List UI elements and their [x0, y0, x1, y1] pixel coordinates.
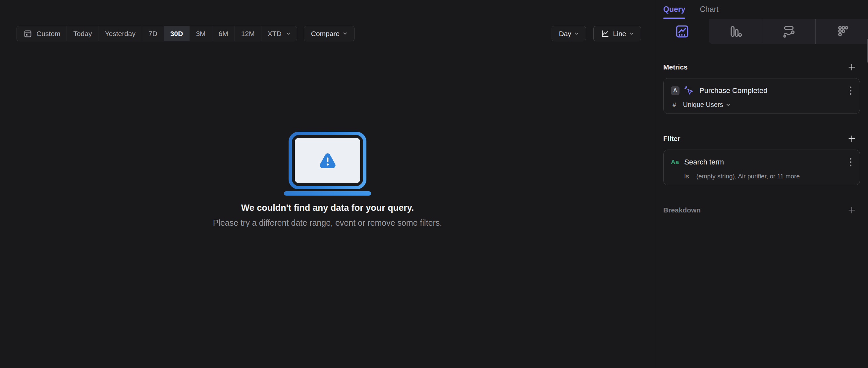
retention-icon — [835, 24, 849, 39]
date-range-12m[interactable]: 12M — [235, 26, 261, 41]
insights-icon — [675, 24, 690, 39]
date-range-segmented-control: Custom Today Yesterday 7D 30D 3M 6M 12M … — [17, 26, 297, 41]
date-range-custom[interactable]: Custom — [17, 26, 67, 41]
string-property-type-icon: Aa — [671, 159, 679, 166]
query-builder-panel: Query Chart — [655, 0, 868, 368]
compare-label: Compare — [311, 30, 340, 38]
date-range-3m[interactable]: 3M — [189, 26, 212, 41]
laptop-illustration — [288, 132, 366, 189]
tab-query-label: Query — [663, 5, 685, 14]
tab-funnels[interactable] — [709, 19, 762, 44]
panel-tab-bar: Query Chart — [655, 0, 868, 19]
metrics-section: Metrics A Purchase Completed — [655, 63, 868, 114]
metric-row-aggregation: # Unique Users — [671, 101, 853, 108]
funnels-icon — [728, 24, 743, 39]
breakdown-heading: Breakdown — [663, 206, 701, 214]
no-data-empty-state: We couldn't find any data for your query… — [0, 132, 655, 228]
metric-row-event: A Purchase Completed — [671, 86, 853, 96]
tab-retention[interactable] — [815, 19, 868, 44]
date-range-label: Yesterday — [105, 30, 135, 38]
date-range-label: Today — [73, 30, 92, 38]
line-chart-icon — [601, 29, 610, 38]
event-cursor-icon — [684, 86, 694, 96]
breakdown-header: Breakdown — [663, 206, 860, 214]
filter-card[interactable]: Aa Search term Is (empty string), Air pu… — [663, 149, 860, 185]
laptop-screen — [295, 138, 360, 183]
empty-state-title: We couldn't find any data for your query… — [241, 203, 414, 213]
chart-type-label: Line — [613, 30, 626, 38]
laptop-bezel — [292, 135, 363, 186]
empty-state-subtitle: Please try a different date range, event… — [213, 218, 442, 228]
date-range-30d-selected[interactable]: 30D — [164, 26, 189, 41]
tab-flows[interactable] — [762, 19, 815, 44]
filter-section: Filter Aa Search term Is (empty string),… — [655, 134, 868, 185]
filter-values-summary[interactable]: (empty string), Air purifier, or 11 more — [696, 173, 800, 180]
granularity-dropdown[interactable]: Day — [552, 26, 586, 41]
date-range-label: XTD — [268, 30, 282, 38]
metric-event-name: Purchase Completed — [700, 87, 767, 95]
filter-property-name: Search term — [684, 158, 724, 166]
granularity-label: Day — [559, 30, 571, 38]
date-range-xtd-dropdown[interactable]: XTD — [261, 26, 297, 41]
calendar-icon — [23, 29, 32, 38]
date-range-label: 3M — [196, 30, 206, 38]
metrics-header: Metrics — [663, 63, 860, 71]
metric-card[interactable]: A Purchase Completed # Unique Users — [663, 78, 860, 114]
filter-heading: Filter — [663, 135, 680, 143]
chevron-down-icon — [343, 32, 347, 35]
metric-kebab-menu-icon[interactable] — [848, 86, 853, 96]
chart-toolbar: Custom Today Yesterday 7D 30D 3M 6M 12M … — [17, 26, 641, 41]
filter-kebab-menu-icon[interactable] — [848, 157, 853, 167]
main-chart-area: Custom Today Yesterday 7D 30D 3M 6M 12M … — [0, 0, 655, 368]
date-range-label: 6M — [219, 30, 228, 38]
tab-query[interactable]: Query — [663, 0, 685, 19]
date-controls: Custom Today Yesterday 7D 30D 3M 6M 12M … — [17, 26, 354, 41]
add-breakdown-icon[interactable] — [847, 206, 856, 214]
chevron-down-icon — [286, 32, 290, 35]
date-range-7d[interactable]: 7D — [142, 26, 164, 41]
report-type-tab-bar — [655, 19, 868, 44]
metrics-heading: Metrics — [663, 63, 688, 71]
chevron-down-icon — [629, 32, 634, 35]
tab-chart-label: Chart — [700, 5, 718, 14]
aggregation-dropdown[interactable]: Unique Users — [683, 101, 723, 108]
tab-chart[interactable]: Chart — [700, 0, 718, 19]
tab-insights-selected[interactable] — [655, 19, 709, 44]
panel-scrollbar[interactable] — [867, 39, 868, 63]
filter-header: Filter — [663, 134, 860, 143]
display-controls: Day Line — [552, 26, 641, 41]
warning-triangle-icon — [317, 151, 338, 170]
filter-operator[interactable]: Is — [684, 173, 689, 180]
chevron-down-icon — [726, 104, 730, 106]
date-range-today[interactable]: Today — [67, 26, 98, 41]
add-metric-icon[interactable] — [847, 63, 856, 71]
filter-row-property: Aa Search term — [671, 157, 853, 167]
add-filter-icon[interactable] — [847, 134, 856, 143]
date-range-label: 30D — [170, 30, 183, 38]
date-range-yesterday[interactable]: Yesterday — [98, 26, 142, 41]
filter-row-condition: Is (empty string), Air purifier, or 11 m… — [671, 173, 853, 180]
compare-dropdown[interactable]: Compare — [304, 26, 354, 41]
series-letter-badge: A — [671, 87, 680, 95]
flows-icon — [781, 24, 796, 39]
laptop-base — [284, 191, 371, 196]
date-range-6m[interactable]: 6M — [212, 26, 235, 41]
date-range-label: Custom — [36, 30, 60, 38]
date-range-label: 12M — [241, 30, 255, 38]
chevron-down-icon — [575, 32, 579, 35]
chart-type-dropdown[interactable]: Line — [593, 26, 641, 41]
date-range-label: 7D — [148, 30, 157, 38]
aggregation-symbol: # — [673, 101, 676, 108]
breakdown-section: Breakdown — [655, 206, 868, 214]
